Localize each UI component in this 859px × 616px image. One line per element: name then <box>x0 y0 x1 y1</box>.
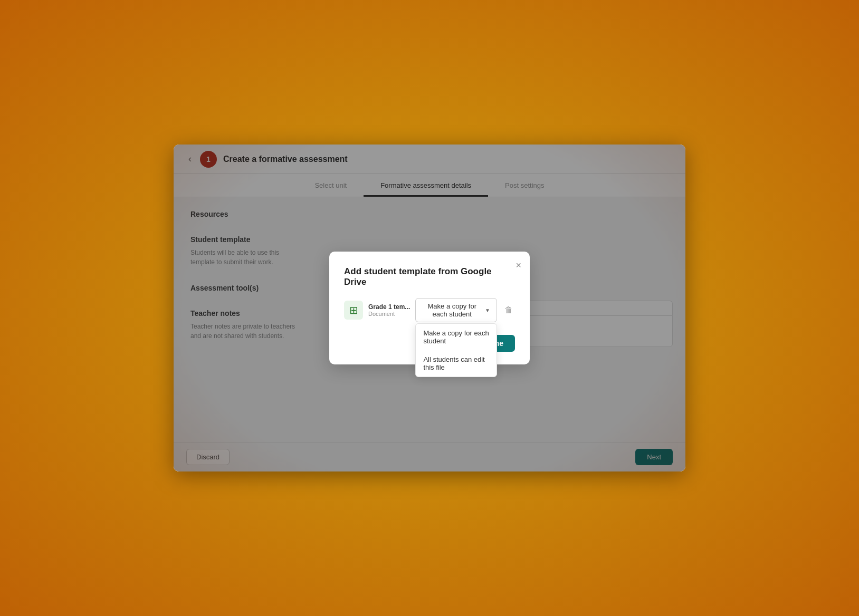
file-icon: ⊞ <box>344 301 363 320</box>
file-name: Grade 1 tem... <box>368 303 410 311</box>
dropdown-wrapper: Make a copy for each student ▼ Make a co… <box>415 298 497 322</box>
file-info: Grade 1 tem... Document <box>368 303 410 317</box>
dropdown-option-copy[interactable]: Make a copy for each student <box>416 324 497 350</box>
modal-close-button[interactable]: × <box>516 260 521 271</box>
file-type: Document <box>368 311 410 317</box>
dropdown-menu: Make a copy for each student All student… <box>415 323 497 377</box>
modal-overlay: Add student template from Google Drive ×… <box>174 145 685 471</box>
copy-mode-dropdown[interactable]: Make a copy for each student ▼ <box>415 298 497 322</box>
app-window: ‹ 1 Create a formative assessment Select… <box>174 145 685 471</box>
delete-file-button[interactable]: 🗑 <box>502 303 515 317</box>
dropdown-option-edit[interactable]: All students can edit this file <box>416 350 497 377</box>
modal-title: Add student template from Google Drive <box>344 266 515 287</box>
modal-dialog: Add student template from Google Drive ×… <box>329 252 530 364</box>
dropdown-arrow-icon: ▼ <box>485 307 490 313</box>
file-row: ⊞ Grade 1 tem... Document Make a copy fo… <box>344 298 515 322</box>
